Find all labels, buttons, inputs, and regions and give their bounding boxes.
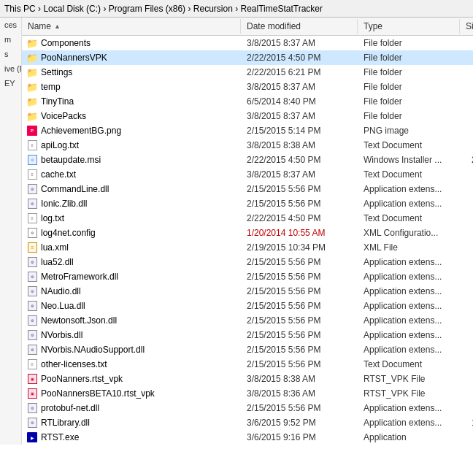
sidebar-item-s[interactable]: s — [0, 47, 21, 61]
address-bar: This PC › Local Disk (C:) › Program File… — [0, 0, 473, 18]
dll-icon: ⚙ — [26, 402, 38, 414]
folder-icon: 📁 — [26, 37, 38, 49]
file-date-cell: 2/22/2015 6:21 PM — [241, 67, 358, 77]
table-row[interactable]: ⚙ MetroFramework.dll 2/15/2015 5:56 PM A… — [22, 269, 473, 284]
file-name-cell: ⚙ NVorbis.NAudioSupport.dll — [22, 344, 241, 356]
file-date-cell: 2/15/2015 5:56 PM — [241, 286, 358, 296]
file-date-cell: 3/6/2015 9:52 PM — [241, 418, 358, 428]
rtst-icon: ▣ — [26, 373, 38, 385]
table-row[interactable]: ⚙ Ionic.Zlib.dll 2/15/2015 5:56 PM Appli… — [22, 196, 473, 211]
file-name-text: VoicePacks — [41, 111, 86, 121]
file-size-cell: 3,817 KB — [460, 388, 473, 399]
file-date-cell: 3/8/2015 8:37 AM — [241, 111, 358, 121]
table-row[interactable]: ⚙ Neo.Lua.dll 2/15/2015 5:56 PM Applicat… — [22, 299, 473, 313]
breadcrumb-local-disk[interactable]: Local Disk (C:) — [43, 4, 101, 14]
dll-icon: ⚙ — [26, 300, 38, 312]
sidebar-item-ey[interactable]: EY — [0, 76, 21, 91]
sidebar-item-ces[interactable]: ces — [0, 18, 21, 32]
table-row[interactable]: ⚙ NVorbis.dll 2/15/2015 5:56 PM Applicat… — [22, 328, 473, 342]
file-name-text: TinyTina — [41, 96, 74, 107]
file-name-text: Ionic.Zlib.dll — [41, 199, 87, 209]
table-row[interactable]: ⚙ CommandLine.dll 2/15/2015 5:56 PM Appl… — [22, 182, 473, 196]
file-list: 📁 Components 3/8/2015 8:37 AM File folde… — [22, 36, 473, 445]
file-date-cell: 2/22/2015 4:50 PM — [241, 155, 358, 165]
file-size-cell: 225 KB — [460, 432, 473, 442]
xml-icon: ☰ — [26, 242, 38, 253]
file-name-cell: ⚙ Ionic.Zlib.dll — [22, 198, 241, 210]
table-row[interactable]: ≡ cache.txt 3/8/2015 8:37 AM Text Docume… — [22, 167, 473, 182]
table-row[interactable]: ≡ other-licenses.txt 2/15/2015 5:56 PM T… — [22, 357, 473, 372]
table-row[interactable]: 📁 Components 3/8/2015 8:37 AM File folde… — [22, 36, 473, 50]
file-name-text: Newtonsoft.Json.dll — [41, 315, 117, 326]
file-size-cell: 1 KB — [460, 228, 473, 238]
table-row[interactable]: ≡ log.txt 2/22/2015 4:50 PM Text Documen… — [22, 211, 473, 226]
table-row[interactable]: ⚙ protobuf-net.dll 2/15/2015 5:56 PM App… — [22, 401, 473, 415]
file-name-text: MetroFramework.dll — [41, 272, 118, 282]
file-type-cell: Text Document — [358, 213, 460, 223]
table-row[interactable]: ▣ PooNanners.rtst_vpk 3/8/2015 8:38 AM R… — [22, 372, 473, 386]
config-icon: ⚙ — [26, 227, 38, 239]
table-row[interactable]: ⚙ betaupdate.msi 2/22/2015 4:50 PM Windo… — [22, 153, 473, 167]
file-name-text: CommandLine.dll — [41, 184, 109, 194]
breadcrumb-realtime[interactable]: RealTimeStatTracker — [241, 4, 323, 14]
table-row[interactable]: 📁 temp 3/8/2015 8:37 AM File folder — [22, 80, 473, 94]
file-date-cell: 2/15/2015 5:56 PM — [241, 315, 358, 326]
file-content-area: Name ▲ Date modified Type Size 📁 Compone… — [22, 18, 473, 445]
file-name-cell: 📁 Components — [22, 37, 241, 49]
breadcrumb[interactable]: This PC › Local Disk (C:) › Program File… — [4, 4, 323, 14]
table-row[interactable]: 📁 Settings 2/22/2015 6:21 PM File folder — [22, 65, 473, 80]
file-size-cell: 9 KB — [460, 140, 473, 150]
dll-icon: ⚙ — [26, 183, 38, 195]
sidebar-item-drive-e[interactable]: ive (E:) T — [0, 61, 21, 76]
file-size-cell: 43 KB — [460, 359, 473, 369]
file-size-cell: 190 KB — [460, 213, 473, 223]
table-row[interactable]: ⚙ log4net.config 1/20/2014 10:55 AM XML … — [22, 226, 473, 240]
col-date-modified[interactable]: Date modified — [241, 19, 358, 34]
col-name[interactable]: Name ▲ — [22, 19, 241, 34]
file-size-cell: 67 KB — [460, 330, 473, 340]
file-type-cell: Text Document — [358, 169, 460, 180]
breadcrumb-recursion[interactable]: Recursion — [193, 4, 233, 14]
file-type-cell: RTST_VPK File — [358, 388, 460, 399]
table-row[interactable]: 📁 TinyTina 6/5/2014 8:40 PM File folder — [22, 94, 473, 109]
file-date-cell: 1/20/2014 10:55 AM — [241, 228, 358, 238]
dll-icon: ⚙ — [26, 198, 38, 210]
file-name-cell: ≡ log.txt — [22, 212, 241, 224]
file-name-text: AchievementBG.png — [41, 126, 121, 136]
table-row[interactable]: ▣ PooNannersBETA10.rtst_vpk 3/8/2015 8:3… — [22, 386, 473, 401]
table-row[interactable]: P AchievementBG.png 2/15/2015 5:14 PM PN… — [22, 123, 473, 138]
folder-icon: 📁 — [26, 52, 38, 64]
file-date-cell: 2/15/2015 5:56 PM — [241, 184, 358, 194]
file-name-cell: ⚙ Newtonsoft.Json.dll — [22, 315, 241, 326]
file-date-cell: 2/15/2015 5:56 PM — [241, 301, 358, 311]
breadcrumb-program-files[interactable]: Program Files (x86) — [109, 4, 185, 14]
col-type[interactable]: Type — [358, 19, 460, 34]
sidebar-item-m[interactable]: m — [0, 32, 21, 47]
table-row[interactable]: ☰ lua.xml 2/19/2015 10:34 PM XML File 4 … — [22, 240, 473, 255]
file-name-text: log.txt — [41, 213, 64, 223]
file-size-cell: 100 KB — [460, 199, 473, 209]
table-row[interactable]: ⚙ Newtonsoft.Json.dll 2/15/2015 5:56 PM … — [22, 313, 473, 328]
table-row[interactable]: ⚙ RTLibrary.dll 3/6/2015 9:52 PM Applica… — [22, 415, 473, 430]
table-row[interactable]: ≡ apiLog.txt 3/8/2015 8:38 AM Text Docum… — [22, 138, 473, 153]
dll-icon: ⚙ — [26, 256, 38, 268]
breadcrumb-this-pc[interactable]: This PC — [4, 4, 36, 14]
file-size-cell: 143 KB — [460, 257, 473, 267]
table-row[interactable]: ▶ RTST.exe 3/6/2015 9:16 PM Application … — [22, 430, 473, 445]
file-type-cell: Application extens... — [358, 418, 460, 428]
col-size[interactable]: Size — [460, 19, 473, 34]
file-date-cell: 3/8/2015 8:37 AM — [241, 169, 358, 180]
file-name-text: betaupdate.msi — [41, 155, 101, 165]
table-row[interactable]: ⚙ NAudio.dll 2/15/2015 5:56 PM Applicati… — [22, 284, 473, 299]
table-row[interactable]: ⚙ lua52.dll 2/15/2015 5:56 PM Applicatio… — [22, 255, 473, 269]
file-date-cell: 6/5/2014 8:40 PM — [241, 96, 358, 107]
file-name-cell: ⚙ CommandLine.dll — [22, 183, 241, 195]
table-row[interactable]: ⚙ NVorbis.NAudioSupport.dll 2/15/2015 5:… — [22, 342, 473, 357]
table-row[interactable]: 📁 PooNannersVPK 2/22/2015 4:50 PM File f… — [22, 50, 473, 65]
sort-arrow-icon: ▲ — [54, 23, 61, 30]
file-size-cell: 4 KB — [460, 242, 473, 253]
dll-icon: ⚙ — [26, 285, 38, 297]
table-row[interactable]: 📁 VoicePacks 3/8/2015 8:37 AM File folde… — [22, 109, 473, 123]
file-date-cell: 2/15/2015 5:56 PM — [241, 359, 358, 369]
file-type-cell: RTST_VPK File — [358, 374, 460, 384]
